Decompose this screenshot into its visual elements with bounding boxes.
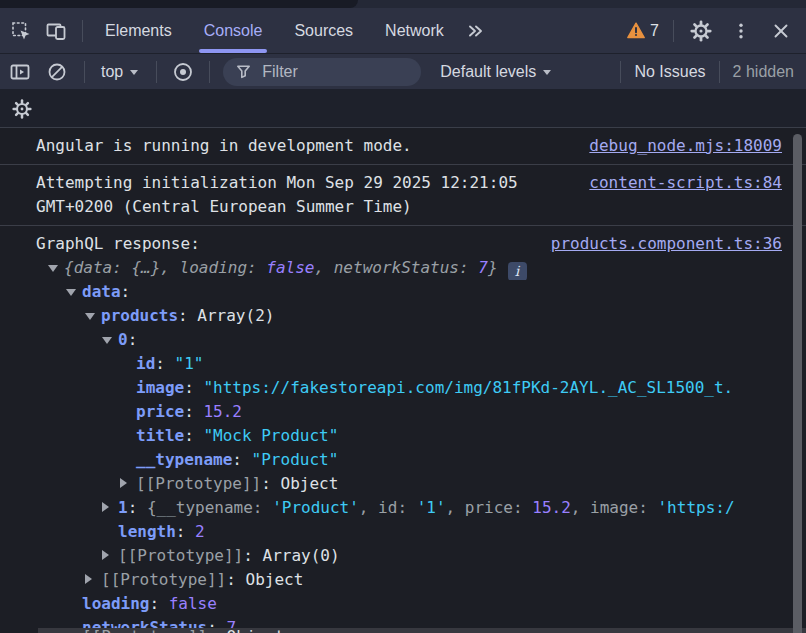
tree-segment: loading [82, 594, 149, 613]
toolbar-divider [209, 61, 210, 83]
hidden-messages-count[interactable]: 2 hidden [733, 63, 794, 81]
tree-segment: "https://fakestoreapi.com/img/81fPKd-2AY… [203, 378, 733, 397]
toolbar-divider [84, 61, 85, 83]
window-top-strip-dark [0, 0, 358, 8]
more-tabs-icon[interactable] [462, 18, 488, 44]
tree-segment: , id: [359, 498, 417, 517]
tree-segment: : [176, 522, 195, 541]
expand-arrow-right-icon[interactable] [120, 478, 127, 488]
tree-segment: 1 [118, 498, 128, 517]
tree-row[interactable]: 1: {__typename: 'Product', id: '1', pric… [0, 496, 768, 520]
expand-arrow-down-icon[interactable] [66, 289, 76, 296]
tree-segment: data [82, 282, 121, 301]
tree-row: id: "1" [0, 352, 768, 376]
warning-count: 7 [650, 22, 659, 40]
tree-segment: : [243, 546, 262, 565]
filter-funnel-icon [235, 63, 252, 80]
live-expression-eye-icon[interactable] [171, 60, 195, 84]
console-message: Angular is running in development mode. … [0, 128, 806, 165]
vertical-scrollbar[interactable] [793, 134, 802, 633]
tree-segment: "Mock Product" [203, 426, 338, 445]
chevron-down-icon [130, 70, 138, 75]
message-text: Attempting initialization Mon Sep 29 202… [36, 171, 577, 219]
tree-segment: : [184, 402, 203, 421]
tree-segment: 15.2 [532, 498, 571, 517]
tree-row: length: 2 [0, 520, 768, 544]
tree-row[interactable]: [[Prototype]]: Object [0, 472, 768, 496]
expand-arrow-down-icon[interactable] [102, 337, 112, 344]
tab-network[interactable]: Network [369, 8, 460, 53]
toolbar-divider [719, 61, 720, 83]
settings-gear-icon[interactable] [688, 18, 714, 44]
tree-row[interactable]: [[Prototype]]: Object [0, 568, 768, 592]
tree-segment: : [149, 594, 168, 613]
tree-segment: : [128, 330, 138, 349]
tree-segment: '1' [417, 498, 446, 517]
log-levels-dropdown[interactable]: Default levels [440, 63, 551, 81]
source-link[interactable]: content-script.ts:84 [577, 171, 782, 195]
filter-input[interactable] [260, 62, 394, 82]
tree-segment: 'https:/ [657, 498, 734, 517]
tree-row[interactable]: products: Array(2) [0, 304, 768, 328]
expand-arrow-right-icon[interactable] [85, 574, 92, 584]
tree-segment: : [232, 450, 251, 469]
tab-elements[interactable]: Elements [89, 8, 188, 53]
panel-tabs: ElementsConsoleSourcesNetwork [89, 8, 460, 53]
console-sidebar-icon[interactable] [8, 60, 32, 84]
tree-segment: : [226, 570, 245, 589]
toolbar-divider [620, 61, 621, 83]
console-settings-gear-icon[interactable] [9, 96, 35, 122]
tab-console[interactable]: Console [188, 8, 279, 53]
tree-segment: : [261, 474, 280, 493]
console-message: GraphQL response: products.component.ts:… [0, 226, 806, 633]
info-icon[interactable]: i [508, 262, 527, 280]
chevron-down-icon [543, 70, 551, 75]
tab-sources[interactable]: Sources [278, 8, 369, 53]
log-levels-label: Default levels [440, 63, 536, 81]
close-icon[interactable] [768, 18, 794, 44]
console-messages-pane: Angular is running in development mode. … [0, 128, 806, 633]
tree-segment: : [178, 306, 197, 325]
tree-row: image: "https://fakestoreapi.com/img/81f… [0, 376, 768, 400]
tree-row: loading: false [0, 592, 768, 616]
context-selector-label: top [101, 63, 123, 81]
tree-segment: 0 [118, 330, 128, 349]
message-text: Angular is running in development mode. [36, 134, 412, 158]
toolbar-divider [156, 61, 157, 83]
tree-segment: , image: [571, 498, 658, 517]
tree-segment: Object [246, 570, 304, 589]
source-link[interactable]: products.component.ts:36 [539, 232, 782, 256]
tree-segment: products [101, 306, 178, 325]
toolbar-divider [673, 20, 674, 42]
tree-row[interactable]: {data: {…}, loading: false, networkStatu… [0, 256, 768, 280]
tree-segment: "1" [175, 354, 204, 373]
source-link[interactable]: debug_node.mjs:18009 [577, 134, 782, 158]
warnings-badge[interactable]: 7 [627, 22, 659, 40]
kebab-menu-icon[interactable] [728, 18, 754, 44]
message-text: GraphQL response: [36, 232, 200, 256]
clear-console-icon[interactable] [45, 60, 69, 84]
tree-segment: : [207, 628, 226, 633]
tree-segment: Object [281, 474, 339, 493]
device-toolbar-icon[interactable] [44, 18, 70, 44]
tree-segment: [[Prototype]] [118, 546, 243, 565]
object-tree: {data: {…}, loading: false, networkStatu… [0, 256, 806, 633]
expand-arrow-down-icon[interactable] [85, 313, 95, 320]
expand-arrow-right-icon[interactable] [102, 502, 109, 512]
tree-segment: 7 [478, 258, 488, 277]
tree-row[interactable]: data: [0, 280, 768, 304]
tree-segment: Array(2) [197, 306, 274, 325]
inspect-element-icon[interactable] [8, 18, 34, 44]
tree-segment: length [118, 522, 176, 541]
issues-status[interactable]: No Issues [634, 63, 705, 81]
tree-segment: [[Prototype]] [136, 474, 261, 493]
expand-arrow-down-icon[interactable] [48, 265, 58, 272]
tree-segment: , price: [446, 498, 533, 517]
tree-row[interactable]: [[Prototype]]: Array(0) [0, 544, 768, 568]
context-selector-dropdown[interactable]: top [101, 63, 138, 81]
tree-segment: : [155, 354, 174, 373]
toolbar-divider [82, 20, 83, 42]
expand-arrow-right-icon[interactable] [102, 550, 109, 560]
tree-row[interactable]: 0: [0, 328, 768, 352]
tree-segment: false [266, 258, 314, 277]
